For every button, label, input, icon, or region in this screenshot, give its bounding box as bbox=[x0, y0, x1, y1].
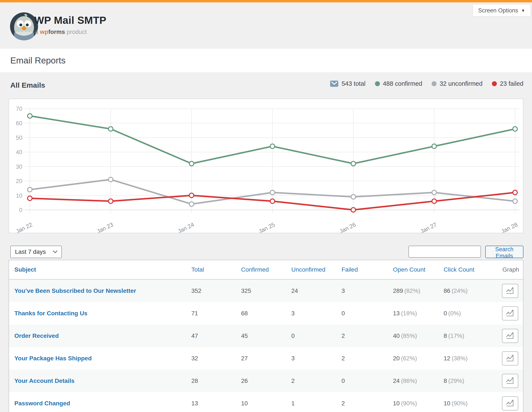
app-title: WP Mail SMTP bbox=[34, 14, 106, 26]
click-count-value: 8(29%) bbox=[444, 377, 464, 384]
legend-label: 23 failed bbox=[500, 80, 523, 87]
email-subject-link[interactable]: Your Account Details bbox=[14, 377, 75, 384]
data-point-failed bbox=[190, 193, 194, 198]
open-count-percent: (86%) bbox=[401, 377, 417, 384]
column-header-open-count[interactable]: Open Count bbox=[393, 266, 425, 273]
y-tick-label: 60 bbox=[16, 120, 22, 127]
graph-button[interactable] bbox=[502, 284, 518, 298]
mini-chart-icon bbox=[505, 309, 515, 318]
table-row: Your Package Has Shipped32273220(62%)12(… bbox=[9, 347, 523, 370]
click-count-percent: (38%) bbox=[452, 355, 468, 362]
section-title-all-emails: All Emails bbox=[10, 81, 45, 89]
table-row: You’ve Been Subscribed to Our Newsletter… bbox=[9, 280, 523, 302]
click-count-number: 8 bbox=[444, 377, 447, 384]
x-tick-label: Jan 27 bbox=[419, 221, 438, 233]
confirmed-value: 68 bbox=[241, 310, 248, 317]
click-count-value: 8(17%) bbox=[444, 332, 464, 339]
graph-button[interactable] bbox=[502, 306, 518, 320]
table-row: Order Received47450240(85%)8(17%) bbox=[9, 325, 523, 347]
data-point-unconfirmed bbox=[109, 177, 113, 182]
mini-chart-icon bbox=[505, 376, 515, 385]
unconfirmed-value: 1 bbox=[291, 400, 295, 407]
open-count-percent: (82%) bbox=[404, 287, 420, 294]
email-subject-link[interactable]: Order Received bbox=[14, 332, 59, 339]
open-count-value: 289(82%) bbox=[393, 287, 420, 294]
failed-value: 2 bbox=[342, 400, 345, 407]
date-range-select[interactable]: Last 7 days bbox=[10, 246, 62, 258]
graph-button[interactable] bbox=[502, 374, 518, 388]
chevron-down-icon bbox=[53, 250, 57, 253]
click-count-number: 12 bbox=[444, 355, 450, 362]
chevron-down-icon: ▼ bbox=[521, 8, 525, 13]
click-count-percent: (90%) bbox=[452, 400, 468, 407]
open-count-value: 13(18%) bbox=[393, 310, 417, 317]
graph-button[interactable] bbox=[502, 396, 518, 411]
data-point-unconfirmed bbox=[270, 190, 275, 195]
confirmed-value: 325 bbox=[241, 287, 251, 294]
top-accent-bar bbox=[0, 0, 532, 2]
email-subject-link[interactable]: Your Package Has Shipped bbox=[14, 355, 92, 362]
data-point-failed bbox=[432, 199, 437, 203]
legend-item: 32 unconfirmed bbox=[432, 80, 483, 87]
unconfirmed-value: 3 bbox=[291, 310, 295, 317]
page-title: Email Reports bbox=[10, 49, 66, 72]
email-subject-link[interactable]: Thanks for Contacting Us bbox=[14, 310, 87, 317]
click-count-number: 10 bbox=[444, 400, 450, 407]
click-count-percent: (17%) bbox=[448, 332, 465, 339]
email-reports-table: SubjectTotalConfirmedUnconfirmedFailedOp… bbox=[9, 260, 523, 412]
total-value: 32 bbox=[191, 355, 198, 362]
y-tick-label: 70 bbox=[16, 106, 22, 112]
confirmed-value: 10 bbox=[241, 400, 248, 407]
column-header-failed[interactable]: Failed bbox=[342, 266, 358, 273]
search-emails-button[interactable]: Search Emails bbox=[485, 246, 523, 258]
x-tick-label: Jan 26 bbox=[339, 221, 357, 233]
legend-label: 543 total bbox=[342, 80, 365, 87]
data-point-failed bbox=[109, 199, 113, 203]
email-subject-link[interactable]: Password Changed bbox=[14, 400, 70, 407]
dot-gray-icon bbox=[432, 81, 437, 86]
click-count-number: 86 bbox=[444, 287, 450, 294]
total-value: 28 bbox=[191, 377, 198, 384]
open-count-percent: (18%) bbox=[401, 310, 417, 317]
mini-chart-icon bbox=[505, 354, 515, 363]
subtitle-suffix: product bbox=[67, 28, 87, 35]
subtitle-brand-wp: wp bbox=[40, 28, 48, 35]
column-header-click-count[interactable]: Click Count bbox=[444, 266, 474, 273]
open-count-value: 24(86%) bbox=[393, 377, 417, 384]
x-tick-label: Jan 22 bbox=[15, 221, 33, 233]
data-point-confirmed bbox=[513, 127, 517, 131]
table-row: Password Changed13101210(90%)10(90%) bbox=[9, 392, 523, 412]
y-tick-label: 10 bbox=[16, 192, 22, 199]
graph-button[interactable] bbox=[502, 329, 518, 343]
data-point-failed bbox=[28, 196, 32, 201]
data-point-confirmed bbox=[351, 161, 356, 166]
total-value: 71 bbox=[191, 310, 198, 317]
chart-legend: 543 total488 confirmed32 unconfirmed23 f… bbox=[330, 80, 523, 87]
failed-value: 3 bbox=[342, 287, 345, 294]
data-point-unconfirmed bbox=[190, 202, 194, 206]
graph-button[interactable] bbox=[502, 351, 518, 366]
x-tick-label: Jan 28 bbox=[500, 221, 519, 233]
screen-options-label: Screen Options bbox=[478, 7, 518, 14]
legend-item: 543 total bbox=[330, 80, 365, 87]
email-subject-link[interactable]: You’ve Been Subscribed to Our Newsletter bbox=[14, 287, 136, 294]
click-count-percent: (0%) bbox=[448, 310, 461, 317]
total-value: 352 bbox=[191, 287, 201, 294]
column-header-unconfirmed[interactable]: Unconfirmed bbox=[291, 266, 325, 273]
dot-green-icon bbox=[375, 81, 380, 86]
table-row: Your Account Details28262024(86%)8(29%) bbox=[9, 370, 523, 392]
data-point-confirmed bbox=[109, 127, 113, 131]
column-header-total[interactable]: Total bbox=[191, 266, 204, 273]
click-count-value: 10(90%) bbox=[444, 400, 468, 407]
failed-value: 2 bbox=[342, 355, 345, 362]
screen-options-button[interactable]: Screen Options ▼ bbox=[472, 5, 531, 17]
search-input[interactable] bbox=[408, 246, 481, 258]
y-tick-label: 0 bbox=[19, 207, 22, 213]
open-count-percent: (90%) bbox=[401, 400, 417, 407]
column-header-confirmed[interactable]: Confirmed bbox=[241, 266, 269, 273]
open-count-number: 13 bbox=[393, 310, 400, 317]
legend-label: 32 unconfirmed bbox=[439, 80, 483, 87]
click-count-number: 0 bbox=[444, 310, 447, 317]
column-header-subject[interactable]: Subject bbox=[14, 266, 36, 273]
y-tick-label: 50 bbox=[16, 135, 22, 141]
